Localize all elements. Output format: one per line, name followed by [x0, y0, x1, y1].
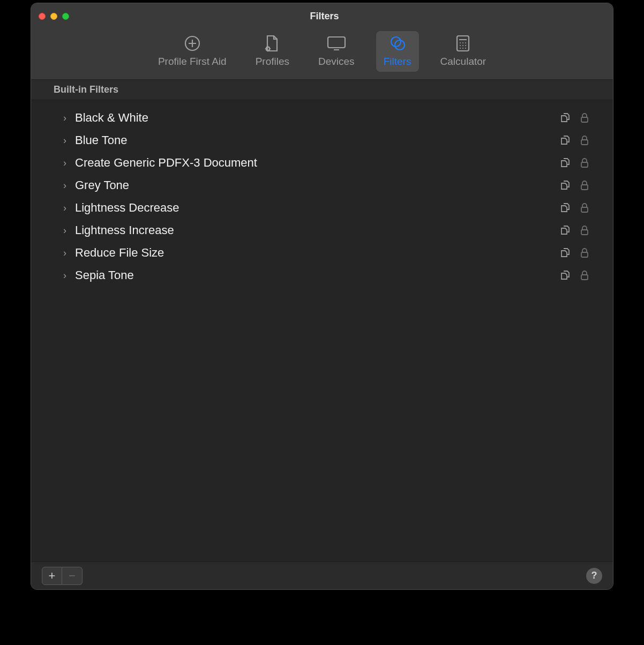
profile-doc-icon [264, 34, 280, 52]
svg-point-16 [460, 48, 461, 49]
svg-rect-26 [581, 275, 588, 280]
filter-row[interactable]: ›Blue Tone [31, 129, 613, 152]
filter-row[interactable]: ›Lightness Increase [31, 219, 613, 242]
footer-bar: + − ? [31, 561, 613, 589]
svg-point-18 [465, 48, 466, 49]
svg-rect-24 [581, 230, 588, 235]
display-icon [326, 34, 347, 52]
chevron-right-icon[interactable]: › [63, 202, 72, 214]
tab-label: Calculator [440, 56, 486, 68]
add-remove-segment: + − [42, 567, 83, 585]
tab-label: Devices [318, 56, 355, 68]
filter-name: Lightness Decrease [75, 201, 554, 215]
filter-row[interactable]: ›Black & White [31, 107, 613, 129]
svg-point-10 [460, 42, 461, 43]
tab-profile-first-aid[interactable]: Profile First Aid [151, 31, 234, 72]
svg-rect-4 [328, 37, 345, 48]
svg-rect-25 [581, 252, 588, 257]
chevron-right-icon[interactable]: › [63, 180, 72, 191]
duplicate-icon[interactable] [557, 224, 573, 236]
titlebar: Filters [39, 9, 605, 24]
filter-name: Reduce File Size [75, 246, 554, 260]
svg-point-14 [462, 45, 463, 46]
lock-icon [576, 179, 593, 191]
lock-icon [576, 247, 593, 259]
add-filter-button[interactable]: + [42, 567, 62, 585]
svg-rect-21 [581, 162, 588, 167]
filter-row[interactable]: ›Grey Tone [31, 174, 613, 197]
tab-label: Profiles [256, 56, 289, 68]
lock-icon [576, 202, 593, 214]
calculator-icon [455, 34, 470, 52]
tab-label: Profile First Aid [158, 56, 227, 68]
chevron-right-icon[interactable]: › [63, 270, 72, 281]
filter-name: Create Generic PDFX-3 Document [75, 156, 554, 170]
toolbar: Profile First Aid Profiles [39, 24, 605, 77]
duplicate-icon[interactable] [557, 269, 573, 281]
title-toolbar-area: Filters Profile First Aid [31, 3, 613, 80]
duplicate-icon[interactable] [557, 157, 573, 169]
tab-devices[interactable]: Devices [311, 31, 362, 72]
duplicate-icon[interactable] [557, 112, 573, 124]
svg-point-13 [460, 45, 461, 46]
filter-row[interactable]: ›Create Generic PDFX-3 Document [31, 152, 613, 174]
duplicate-icon[interactable] [557, 247, 573, 259]
help-button[interactable]: ? [586, 568, 602, 584]
lock-icon [576, 112, 593, 124]
filter-name: Lightness Increase [75, 223, 554, 237]
window: Filters Profile First Aid [31, 3, 613, 590]
tab-label: Filters [384, 56, 411, 68]
tab-calculator[interactable]: Calculator [433, 31, 494, 72]
chevron-right-icon[interactable]: › [63, 158, 72, 169]
duplicate-icon[interactable] [557, 179, 573, 191]
duplicate-icon[interactable] [557, 202, 573, 214]
svg-rect-20 [581, 140, 588, 145]
tab-filters[interactable]: Filters [376, 31, 419, 72]
chevron-right-icon[interactable]: › [63, 112, 72, 124]
tab-profiles[interactable]: Profiles [248, 31, 297, 72]
svg-point-12 [465, 42, 466, 43]
lock-icon [576, 224, 593, 236]
svg-point-11 [462, 42, 463, 43]
svg-rect-22 [581, 185, 588, 190]
filter-list: ›Black & White›Blue Tone›Create Generic … [31, 100, 613, 561]
first-aid-icon [183, 34, 201, 52]
duplicate-icon[interactable] [557, 134, 573, 146]
svg-rect-19 [581, 117, 588, 122]
svg-point-15 [465, 45, 466, 46]
filter-name: Sepia Tone [75, 268, 554, 282]
chevron-right-icon[interactable]: › [63, 135, 72, 146]
filter-name: Blue Tone [75, 133, 554, 147]
window-title: Filters [43, 11, 605, 22]
filter-name: Grey Tone [75, 178, 554, 192]
section-heading: Built-in Filters [31, 80, 613, 100]
remove-filter-button[interactable]: − [62, 567, 83, 585]
svg-rect-23 [581, 207, 588, 212]
filters-icon [388, 34, 407, 52]
filter-name: Black & White [75, 111, 554, 125]
chevron-right-icon[interactable]: › [63, 248, 72, 259]
svg-point-17 [462, 48, 463, 49]
chevron-right-icon[interactable]: › [63, 225, 72, 236]
lock-icon [576, 134, 593, 146]
lock-icon [576, 157, 593, 169]
filter-row[interactable]: ›Sepia Tone [31, 264, 613, 287]
filter-row[interactable]: ›Lightness Decrease [31, 197, 613, 219]
filter-row[interactable]: ›Reduce File Size [31, 242, 613, 264]
lock-icon [576, 269, 593, 281]
